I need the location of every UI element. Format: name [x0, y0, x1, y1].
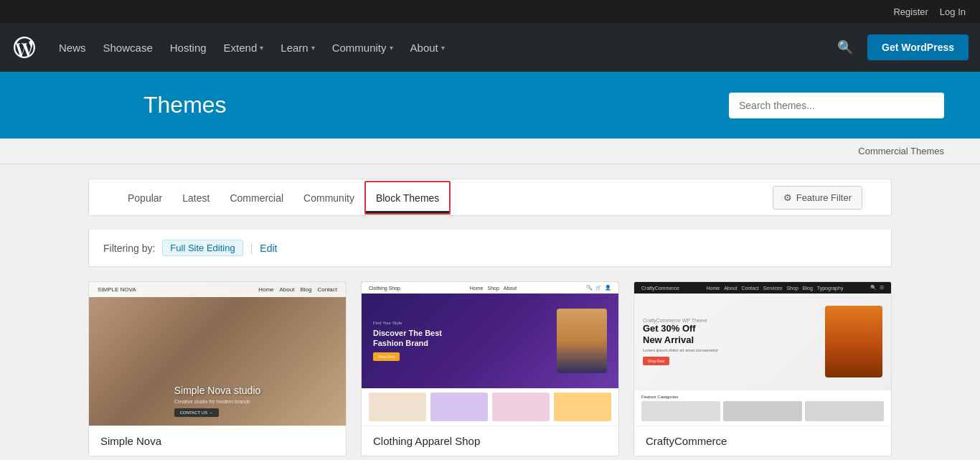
nav-links: News Showcase Hosting Extend ▾ Learn ▾ C…: [52, 36, 831, 60]
tab-popular[interactable]: Popular: [118, 179, 172, 216]
wordpress-logo[interactable]: [11, 34, 37, 60]
filter-tabs-container: Popular Latest Commercial Community Bloc…: [88, 179, 892, 216]
main-nav: News Showcase Hosting Extend ▾ Learn ▾ C…: [0, 23, 980, 72]
theme-card-clothing[interactable]: Clothing Shop HomeShopAbout 🔍🛒👤 Find You…: [361, 281, 619, 456]
nav-news[interactable]: News: [52, 36, 93, 60]
preview-nova-header: SIMPLE NOVA HomeAboutBlogContact: [89, 282, 346, 297]
nav-extend[interactable]: Extend ▾: [217, 36, 271, 60]
preview-clothing-header: Clothing Shop HomeShopAbout 🔍🛒👤: [362, 282, 618, 294]
feature-filter-button[interactable]: ⚙ Feature Filter: [773, 186, 862, 210]
tab-community[interactable]: Community: [293, 179, 364, 216]
commercial-themes-link[interactable]: Commercial Themes: [858, 146, 944, 156]
nav-about[interactable]: About ▾: [403, 36, 452, 60]
filter-separator: |: [250, 243, 253, 254]
filter-info-bar: Filtering by: Full Site Editing | Edit: [88, 230, 892, 267]
preview-crafty-person: [825, 306, 882, 377]
preview-clothing-hero: Find Your Style Discover The BestFashion…: [362, 294, 618, 388]
themes-grid: SIMPLE NOVA HomeAboutBlogContact Simple …: [88, 281, 892, 456]
theme-name-clothing: Clothing Apparel Shop: [362, 426, 618, 456]
theme-name-crafty: CraftyCommerce: [634, 426, 891, 456]
nav-hosting[interactable]: Hosting: [163, 36, 214, 60]
get-wordpress-button[interactable]: Get WordPress: [867, 34, 969, 60]
theme-card-crafty[interactable]: CraftyCommerce HomeAboutContactServicesS…: [633, 281, 892, 456]
tab-block-themes[interactable]: Block Themes: [366, 182, 449, 213]
theme-preview-crafty: CraftyCommerce HomeAboutContactServicesS…: [634, 282, 891, 426]
login-link[interactable]: Log In: [940, 6, 966, 17]
nav-showcase[interactable]: Showcase: [96, 36, 160, 60]
nav-learn[interactable]: Learn ▾: [273, 36, 321, 60]
preview-crafty-categories: Feature Categories: [634, 390, 891, 426]
filter-tag-full-site-editing: Full Site Editing: [162, 240, 242, 256]
community-chevron-icon: ▾: [390, 44, 393, 52]
gear-icon: ⚙: [783, 192, 792, 203]
about-chevron-icon: ▾: [441, 44, 445, 52]
themes-search-input[interactable]: [729, 93, 944, 118]
filter-tabs: Popular Latest Commercial Community Bloc…: [103, 179, 877, 215]
preview-clothing-bottom: [362, 388, 618, 426]
preview-clothing-figure: [557, 309, 607, 373]
tab-block-themes-wrapper: Block Themes: [364, 181, 451, 215]
preview-crafty-hero: CraftyCommerce WP Theme Get 30% OffNew A…: [634, 294, 891, 390]
secondary-nav: Commercial Themes: [0, 139, 980, 164]
theme-preview-simple-nova: SIMPLE NOVA HomeAboutBlogContact Simple …: [89, 282, 346, 426]
filtering-by-label: Filtering by:: [103, 243, 155, 254]
tab-commercial[interactable]: Commercial: [220, 179, 293, 216]
feature-filter-label: Feature Filter: [796, 192, 852, 203]
theme-preview-clothing: Clothing Shop HomeShopAbout 🔍🛒👤 Find You…: [362, 282, 618, 426]
register-link[interactable]: Register: [893, 6, 928, 17]
theme-name-simple-nova: Simple Nova: [89, 426, 346, 456]
top-bar: Register Log In: [0, 0, 980, 23]
tab-latest[interactable]: Latest: [172, 179, 220, 216]
preview-nova-hero: Simple Nova studio Creative studio for m…: [89, 297, 346, 426]
nav-community[interactable]: Community ▾: [325, 36, 400, 60]
filter-edit-link[interactable]: Edit: [260, 243, 277, 254]
preview-crafty-header: CraftyCommerce HomeAboutContactServicesS…: [634, 282, 891, 294]
search-icon[interactable]: 🔍: [831, 34, 859, 61]
themes-header: Themes: [0, 72, 980, 139]
nav-right: 🔍 Get WordPress: [831, 34, 969, 61]
main-content: Popular Latest Commercial Community Bloc…: [74, 164, 906, 460]
learn-chevron-icon: ▾: [311, 44, 315, 52]
theme-card-simple-nova[interactable]: SIMPLE NOVA HomeAboutBlogContact Simple …: [88, 281, 347, 456]
themes-title: Themes: [143, 92, 227, 118]
extend-chevron-icon: ▾: [260, 44, 263, 52]
